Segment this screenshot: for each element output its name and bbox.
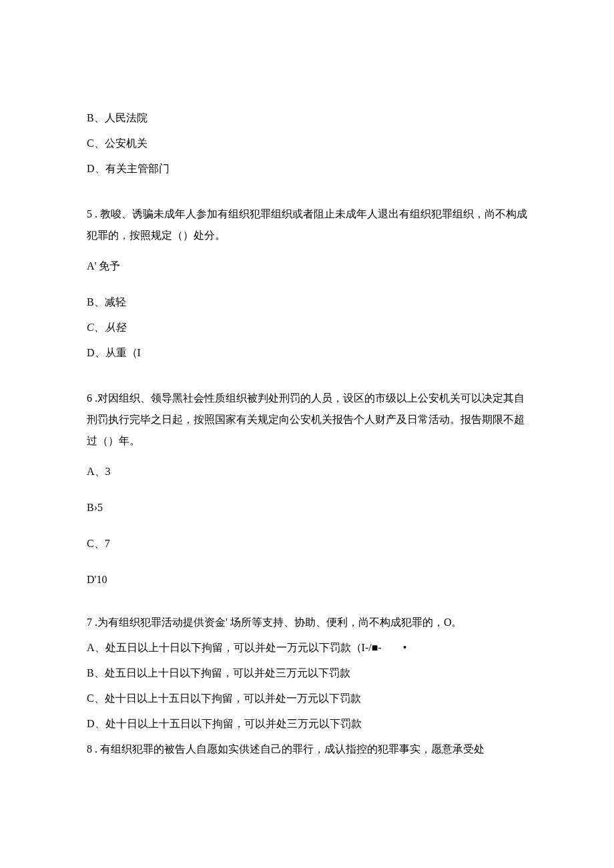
q4-option-d: D、有关主管部门 [87, 161, 527, 177]
q4-option-c: C、公安机关 [87, 135, 527, 151]
q6-option-a: A、3 [87, 464, 527, 480]
q6-stem: 6 .对因组织、领导黑社会性质组织被判处刑罚的人员，设区的市级以上公安机关可以决… [87, 388, 527, 452]
q7-option-c: C、处十日以上十五日以下拘留，可以并处一万元以下罚款 [87, 691, 527, 707]
q4-option-b: B、人民法院 [87, 110, 527, 126]
q7-option-b: B、处五日以上十日以下拘留，可以并处三万元以下罚款 [87, 665, 527, 681]
q6-option-c: C、7 [87, 536, 527, 552]
q6-option-d: D'10 [87, 572, 527, 588]
q5-option-d: D、从重（I [87, 345, 527, 361]
q7-option-a: A、处五日以上十日以下拘留，可以并处一万元以下罚款（I-/■- • [87, 640, 527, 656]
q5-option-b: B、减轻 [87, 294, 527, 310]
q6-option-b: B›5 [87, 500, 527, 516]
q7-option-d: D、处十日以上十五日以下拘留，可以并处三万元以下罚款 [87, 716, 527, 732]
q5-option-c: C、从轻 [87, 320, 527, 336]
q5-stem: 5 . 教唆、诱骗未成年人参加有组织犯罪组织或者阻止未成年人退出有组织犯罪组织，… [87, 203, 527, 246]
q8-stem: 8 . 有组织犯罪的被告人自愿如实供述自己的罪行，成认指控的犯罪事实，愿意承受处 [87, 741, 527, 757]
q5-option-a: A' 免予 [87, 258, 527, 274]
q7-stem: 7 .为有组织犯罪活动提供资金' 场所等支持、协助、便利，尚不构成犯罪的，O。 [87, 614, 527, 630]
